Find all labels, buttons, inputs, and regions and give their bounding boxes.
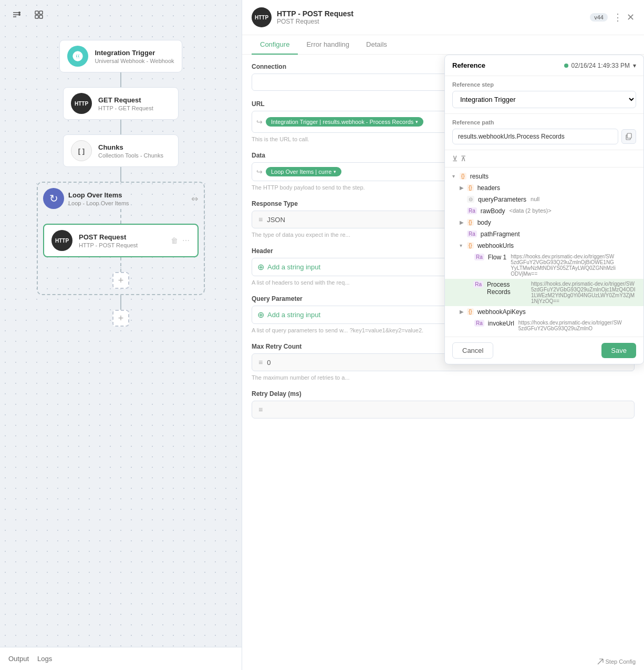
grid-icon[interactable] xyxy=(30,6,47,23)
tree-key-body: body xyxy=(477,219,491,226)
cancel-button[interactable]: Cancel xyxy=(452,342,493,359)
panel-content: Connection ▾ URL ↪ Integration Trigger |… xyxy=(242,55,644,670)
ref-step-select[interactable]: Integration Trigger xyxy=(452,91,636,108)
filter-icon[interactable] xyxy=(8,6,25,23)
save-button[interactable]: Save xyxy=(601,343,636,358)
tree-item-body[interactable]: ▶ {} body xyxy=(452,217,643,228)
node-icon-get: HTTP xyxy=(71,93,92,114)
ref-timestamp-text: 02/16/24 1:49:33 PM xyxy=(572,62,630,69)
node-info-post: POST Request HTTP - POST Request xyxy=(79,233,164,248)
tree-item-flow1[interactable]: Ra Flow 1 https://hooks.dev.prismatic-de… xyxy=(445,252,643,279)
tree-val-rawbody: <data (2 bytes)> xyxy=(509,207,551,214)
config-panel: HTTP HTTP - POST Request POST Request v4… xyxy=(242,0,644,670)
version-badge: v44 xyxy=(590,13,608,22)
workflow-canvas: Integration Trigger Universal Webhook - … xyxy=(0,0,242,670)
step-config-link[interactable]: Step Config xyxy=(597,658,636,665)
tree-item-invokeurl[interactable]: Ra invokeUrl https://hooks.dev.prismatic… xyxy=(445,318,643,333)
tab-error-handling[interactable]: Error handling xyxy=(298,35,358,55)
svg-point-4 xyxy=(18,14,20,16)
tree-type-rawbody: Ra xyxy=(467,207,477,214)
node-get-request[interactable]: HTTP GET Request HTTP - GET Request xyxy=(63,87,179,120)
node-info-chunks: Chunks Collection Tools - Chunks xyxy=(98,143,171,159)
retry-delay-select[interactable]: ≡ xyxy=(252,401,635,418)
tree-type-process-records: Ra xyxy=(473,281,483,288)
loop-inner-connector-2 xyxy=(120,257,121,272)
data-token-tag[interactable]: Loop Over Items | curre ▾ xyxy=(266,167,341,176)
tree-type-queryparams: ⊝ xyxy=(467,196,474,203)
node-title-get: GET Request xyxy=(98,96,171,104)
tab-output[interactable]: Output xyxy=(8,653,29,665)
tree-item-pathfragment[interactable]: Ra pathFragment xyxy=(452,228,643,240)
url-token-tag[interactable]: Integration Trigger | results.webhook - … xyxy=(266,117,423,127)
node-integration-trigger[interactable]: Integration Trigger Universal Webhook - … xyxy=(59,40,182,72)
tree-val-flow1: https://hooks.dev.prismatic-dev.io/trigg… xyxy=(511,254,616,277)
url-token-label: Integration Trigger | results.webhook - … xyxy=(271,119,413,125)
svg-rect-5 xyxy=(35,11,38,14)
tree-item-process-records[interactable]: Ra Process Records https://hooks.dev.pri… xyxy=(445,279,643,306)
node-icon-trigger xyxy=(67,46,88,67)
tree-item-queryparams[interactable]: ⊝ queryParameters null xyxy=(452,194,643,205)
loop-expand-icon[interactable]: ⇔ xyxy=(191,194,199,204)
retry-delay-label: Retry Delay (ms) xyxy=(252,390,635,397)
tree-item-results[interactable]: ▾ {} results xyxy=(445,171,643,182)
response-type-icon: ≡ xyxy=(258,215,263,224)
ref-timestamp[interactable]: 02/16/24 1:49:33 PM ▾ xyxy=(564,62,636,69)
node-title-chunks: Chunks xyxy=(98,143,171,151)
collapse-all-button[interactable]: ⊻ xyxy=(452,154,458,163)
node-icon-chunks: [ ] xyxy=(71,140,92,161)
connector-4 xyxy=(120,295,121,310)
ref-timestamp-chevron: ▾ xyxy=(633,62,636,69)
node-more-icon[interactable]: ⋯ xyxy=(182,236,190,245)
node-chunks[interactable]: [ ] Chunks Collection Tools - Chunks xyxy=(63,134,179,167)
node-post-request[interactable]: HTTP POST Request HTTP - POST Request 🗑 … xyxy=(43,224,199,257)
max-retry-value: 0 xyxy=(267,359,271,367)
tab-configure[interactable]: Configure xyxy=(252,35,298,55)
tree-chevron-headers: ▶ xyxy=(460,185,465,191)
response-type-value: JSON xyxy=(267,216,285,224)
tree-item-headers[interactable]: ▶ {} headers xyxy=(452,182,643,194)
header-add-label: Add a string input xyxy=(267,263,320,271)
tree-key-flow1: Flow 1 xyxy=(488,254,506,261)
bottom-bar: Output Logs xyxy=(0,647,242,670)
ref-path-input[interactable] xyxy=(452,129,618,144)
tree-key-invokeurl: invokeUrl xyxy=(488,320,514,327)
svg-rect-7 xyxy=(35,15,38,18)
tree-key-pathfragment: pathFragment xyxy=(481,231,520,238)
tree-type-flow1: Ra xyxy=(474,254,484,260)
tree-chevron-results: ▾ xyxy=(452,173,458,179)
tree-item-webhookapikeys[interactable]: ▶ {} webhookApiKeys xyxy=(452,306,643,318)
add-node-button-inner[interactable]: + xyxy=(112,272,129,289)
ref-copy-button[interactable] xyxy=(621,129,636,144)
node-title-loop: Loop Over Items xyxy=(68,191,187,199)
more-options-button[interactable]: ⋮ xyxy=(613,12,622,23)
node-subtitle-trigger: Universal Webhook - Webhook xyxy=(95,58,174,64)
tree-chevron-body: ▶ xyxy=(460,219,465,225)
loop-container: ↻ Loop Over Items Loop - Loop Over Items… xyxy=(37,182,205,295)
node-info-loop: Loop Over Items Loop - Loop Over Items xyxy=(68,191,187,206)
reference-popup: Reference 02/16/24 1:49:33 PM ▾ Referenc… xyxy=(444,55,644,364)
tree-item-rawbody[interactable]: Ra rawBody <data (2 bytes)> xyxy=(452,205,643,217)
tab-details[interactable]: Details xyxy=(358,35,396,55)
url-arrow-icon: ↪ xyxy=(256,118,263,126)
url-token-chevron: ▾ xyxy=(416,119,418,124)
expand-all-button[interactable]: ⊼ xyxy=(461,154,466,163)
tab-logs[interactable]: Logs xyxy=(37,653,52,665)
node-delete-icon[interactable]: 🗑 xyxy=(171,236,178,245)
panel-tabs: Configure Error handling Details xyxy=(242,35,644,55)
ref-collapse-section: ⊻ ⊼ xyxy=(445,150,643,168)
tree-key-results: results xyxy=(470,173,489,180)
panel-header-title: HTTP - POST Request xyxy=(277,9,585,18)
tree-type-body: {} xyxy=(467,219,474,226)
tree-item-webhookurlsroot[interactable]: ▾ {} webhookUrls xyxy=(452,240,643,252)
loop-node-row: ↻ Loop Over Items Loop - Loop Over Items… xyxy=(43,188,199,209)
close-button[interactable]: ✕ xyxy=(627,12,635,23)
tree-key-webhookapikeys: webhookApiKeys xyxy=(477,308,526,316)
tree-type-results: {} xyxy=(460,173,466,180)
loop-inner-connector-1 xyxy=(120,209,121,224)
ref-popup-header: Reference 02/16/24 1:49:33 PM ▾ xyxy=(445,55,643,76)
ref-step-section: Reference step Integration Trigger xyxy=(445,76,643,114)
tree-key-queryparams: queryParameters xyxy=(478,196,526,203)
panel-header-subtitle: POST Request xyxy=(277,18,585,25)
tree-type-headers: {} xyxy=(467,184,474,191)
add-node-button-outer[interactable]: + xyxy=(112,310,129,327)
